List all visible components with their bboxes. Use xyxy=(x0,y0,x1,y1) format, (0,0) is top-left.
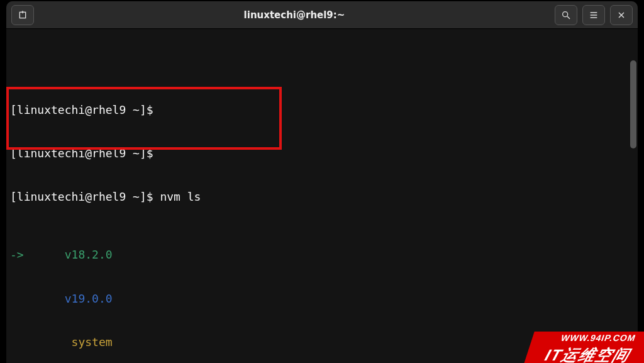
terminal-body[interactable]: [linuxtechi@rhel9 ~]$ [linuxtechi@rhel9 … xyxy=(6,29,638,363)
search-icon xyxy=(561,10,571,20)
prompt: [linuxtechi@rhel9 ~]$ xyxy=(10,190,153,203)
search-button[interactable] xyxy=(555,5,577,25)
terminal-window: linuxtechi@rhel9:~ [linuxtechi@rhel9 ~]$… xyxy=(6,1,638,363)
new-tab-icon xyxy=(18,10,28,20)
nvm-current: -> v18.2.0 xyxy=(10,247,634,262)
highlight-box xyxy=(6,87,282,150)
prompt-line: [linuxtechi@rhel9 ~]$ xyxy=(10,103,634,117)
svg-point-3 xyxy=(563,11,568,16)
prompt: [linuxtechi@rhel9 ~]$ xyxy=(10,103,153,116)
prompt-line: [linuxtechi@rhel9 ~]$ xyxy=(10,146,634,160)
svg-line-4 xyxy=(567,16,570,19)
window-title: linuxtechi@rhel9:~ xyxy=(39,9,550,21)
titlebar: linuxtechi@rhel9:~ xyxy=(6,1,638,29)
menu-button[interactable] xyxy=(582,5,605,25)
command-text: nvm ls xyxy=(160,190,201,203)
nvm-version: v19.0.0 xyxy=(10,291,634,306)
scrollbar-thumb[interactable] xyxy=(630,60,636,148)
nvm-system: system xyxy=(10,335,634,349)
close-icon xyxy=(616,10,626,20)
close-button[interactable] xyxy=(610,5,633,25)
new-tab-button[interactable] xyxy=(11,5,34,25)
prompt: [linuxtechi@rhel9 ~]$ xyxy=(10,147,153,160)
hamburger-icon xyxy=(589,10,599,20)
prompt-line: [linuxtechi@rhel9 ~]$ nvm ls xyxy=(10,189,634,204)
